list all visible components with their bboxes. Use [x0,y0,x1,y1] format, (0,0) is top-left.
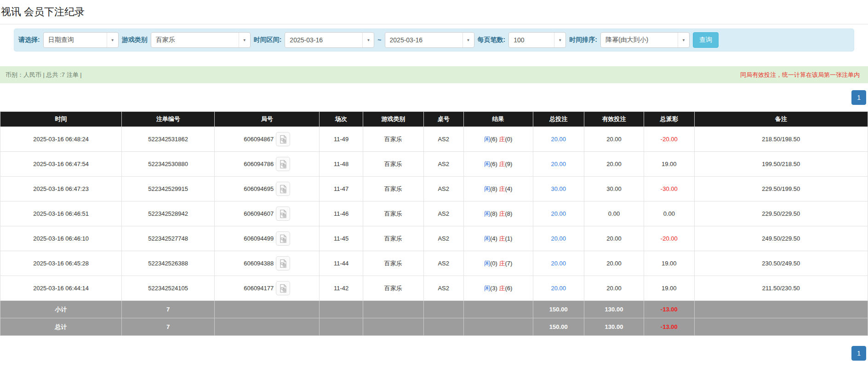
cell-round-id: 606094867 [215,127,320,152]
search-button[interactable]: 查询 [693,32,719,48]
total-valid-bet: 130.00 [584,318,644,336]
cell-total-bet: 20.00 [533,226,584,251]
cell-payout: 0.00 [644,201,694,226]
header-total-bet: 总投注 [533,112,584,127]
round-id-text: 606094607 [244,210,274,217]
cell-table-no: AS2 [423,127,463,152]
subtotal-empty [215,301,320,318]
cell-result: 闲(8) 庄(8) [463,201,533,226]
video-record-button[interactable] [276,281,290,295]
cell-game-type: 百家乐 [363,276,423,301]
header-session: 场次 [320,112,363,127]
total-bet-link[interactable]: 20.00 [551,235,566,242]
result-banker-label: 庄 [499,260,505,267]
subtotal-empty [463,301,533,318]
query-mode-select[interactable]: 日期查询 ▼ [43,32,119,48]
cell-time: 2025-03-16 06:46:10 [0,226,122,251]
cell-remark: 211.50/230.50 [694,276,868,301]
total-bet-link[interactable]: 20.00 [551,260,566,267]
video-record-button[interactable] [276,182,290,196]
cell-table-no: AS2 [423,226,463,251]
cell-remark: 229.50/229.50 [694,201,868,226]
sort-order-select[interactable]: 降幂(由大到小) ▼ [600,32,690,48]
total-bet-link[interactable]: 20.00 [551,285,566,292]
result-player-label: 闲 [484,161,490,167]
total-bet-link[interactable]: 20.00 [551,210,566,217]
header-time: 时间 [0,112,122,127]
page-size-select[interactable]: 100 ▼ [508,32,566,48]
subtotal-row: 小计 7 150.00 130.00 -13.00 [0,301,868,318]
total-empty [694,318,868,336]
cell-game-type: 百家乐 [363,201,423,226]
header-valid-bet: 有效投注 [584,112,644,127]
range-separator: ~ [377,36,381,44]
cell-round-id: 606094607 [215,201,320,226]
result-player-score: (3) [490,285,497,292]
video-record-button[interactable] [276,207,290,221]
subtotal-empty [423,301,463,318]
pagination-bottom: 1 [0,346,866,361]
cell-remark: 249.50/229.50 [694,226,868,251]
page-1-button[interactable]: 1 [851,346,866,361]
cell-valid-bet: 20.00 [584,251,644,276]
result-banker-score: (6) [505,285,512,292]
cell-session: 11-49 [320,127,363,152]
subtotal-count: 7 [122,301,215,318]
table-row: 2025-03-16 06:47:54522342530880606094786… [0,152,868,177]
header-bet-id: 注单编号 [122,112,215,127]
video-record-button[interactable] [276,157,290,171]
total-row: 总计 7 150.00 130.00 -13.00 [0,318,868,336]
header-remark: 备注 [694,112,868,127]
result-banker-label: 庄 [499,161,505,167]
cell-remark: 218.50/198.50 [694,127,868,152]
cell-result: 闲(0) 庄(7) [463,251,533,276]
query-mode-value: 日期查询 [44,36,107,44]
table-row: 2025-03-16 06:47:23522342529915606094695… [0,177,868,201]
result-banker-score: (0) [505,136,512,143]
subtotal-valid-bet: 130.00 [584,301,644,318]
chevron-down-icon: ▼ [678,33,689,47]
round-id-text: 606094695 [244,185,274,192]
cell-payout: -20.00 [644,226,694,251]
total-bet-link[interactable]: 20.00 [551,136,566,143]
cell-total-bet: 20.00 [533,201,584,226]
cell-payout: 19.00 [644,152,694,177]
total-bet-link[interactable]: 20.00 [551,161,566,167]
total-empty [363,318,423,336]
video-icon [279,234,288,243]
game-type-select[interactable]: 百家乐 ▼ [151,32,251,48]
header-game-type: 游戏类别 [363,112,423,127]
chevron-down-icon: ▼ [362,33,374,47]
cell-payout: 19.00 [644,276,694,301]
total-label: 总计 [0,318,122,336]
cell-payout: -30.00 [644,177,694,201]
result-banker-label: 庄 [499,285,505,292]
cell-session: 11-42 [320,276,363,301]
date-to-value: 2025-03-16 [385,36,463,44]
cell-table-no: AS2 [423,152,463,177]
video-icon [279,284,288,293]
date-to-select[interactable]: 2025-03-16 ▼ [385,32,474,48]
video-icon [279,209,288,218]
date-from-value: 2025-03-16 [285,36,362,44]
subtotal-empty [694,301,868,318]
result-player-label: 闲 [484,136,490,143]
cell-round-id: 606094499 [215,226,320,251]
video-record-button[interactable] [276,132,290,146]
total-total-bet: 150.00 [533,318,584,336]
cell-valid-bet: 20.00 [584,226,644,251]
video-record-button[interactable] [276,256,290,270]
page-1-button[interactable]: 1 [851,90,866,105]
subtotal-payout: -13.00 [644,301,694,318]
cell-game-type: 百家乐 [363,177,423,201]
cell-round-id: 606094388 [215,251,320,276]
cell-remark: 229.50/199.50 [694,177,868,201]
date-from-select[interactable]: 2025-03-16 ▼ [285,32,374,48]
total-bet-link[interactable]: 30.00 [551,185,566,192]
result-player-score: (8) [490,210,497,217]
cell-table-no: AS2 [423,201,463,226]
video-record-button[interactable] [276,231,290,246]
cell-bet-id: 522342530880 [122,152,215,177]
cell-time: 2025-03-16 06:47:23 [0,177,122,201]
result-player-score: (6) [490,136,497,143]
